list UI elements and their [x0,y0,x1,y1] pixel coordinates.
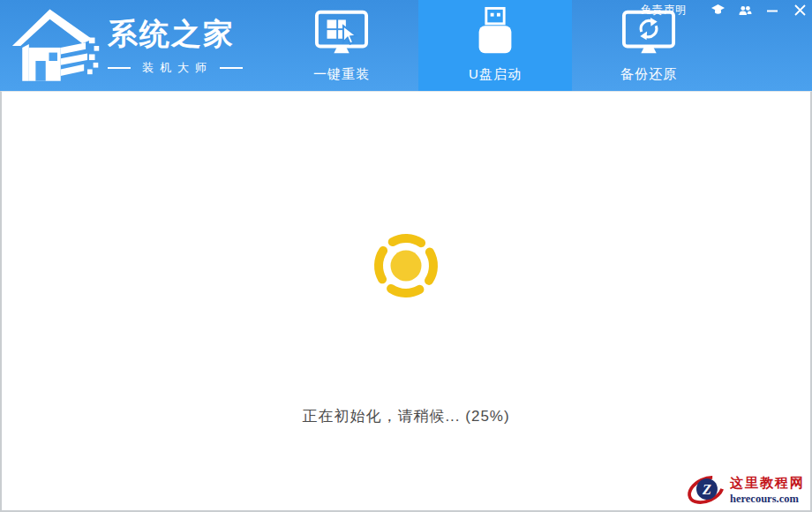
app-window: 系统之家 装机大师 [0,0,812,512]
minimize-button[interactable] [765,4,779,18]
loading-spinner-icon [366,226,446,305]
house-pixel-logo-icon [11,7,102,85]
watermark-domain: herecours.com [730,493,805,506]
app-logo: 系统之家 装机大师 [11,5,267,88]
titlebar-controls: 免责声明 [641,3,807,18]
tab-label: 一键重装 [313,66,370,83]
usb-drive-icon [473,5,517,60]
logo-title: 系统之家 [108,14,258,55]
logo-subtitle: 装机大师 [108,60,258,76]
status-text: 正在初始化，请稍候... (25%) [2,406,810,426]
main-content: 正在初始化，请稍候... (25%) [0,91,812,512]
watermark-text: 这里教程网 herecours.com [730,475,805,506]
monitor-windows-icon [314,5,369,60]
disclaimer-link[interactable]: 免责声明 [641,3,687,18]
app-header: 系统之家 装机大师 [0,0,812,91]
graduation-cap-icon[interactable] [710,4,725,18]
subtitle-dash-left [108,67,131,69]
tab-usb-boot[interactable]: U盘启动 [418,0,572,91]
tab-label: U盘启动 [469,66,522,83]
logo-text: 系统之家 装机大师 [108,14,258,76]
z-orbit-logo-icon: Z [686,471,726,509]
tab-label: 备份还原 [620,66,677,83]
close-button[interactable] [793,4,807,18]
svg-text:Z: Z [702,482,711,498]
watermark-site-name: 这里教程网 [730,475,805,492]
watermark: Z 这里教程网 herecours.com [684,470,810,510]
users-icon[interactable] [738,4,752,18]
subtitle-dash-right [220,67,243,69]
tab-onekey-reinstall[interactable]: 一键重装 [265,0,418,91]
logo-subtitle-text: 装机大师 [138,60,213,76]
